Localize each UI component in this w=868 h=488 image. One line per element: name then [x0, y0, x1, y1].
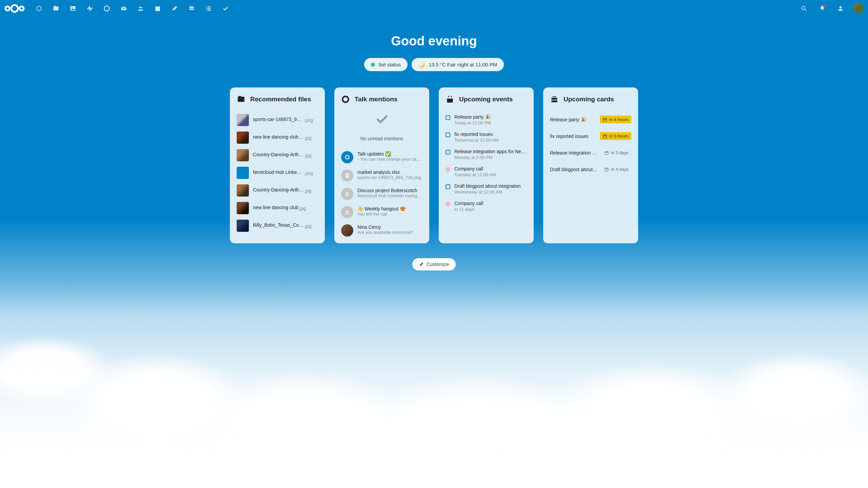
file-thumbnail [237, 114, 249, 126]
deck-card-row[interactable]: Release integration apps for… in 3 days [550, 144, 631, 161]
due-badge: in 5 hours [600, 132, 631, 140]
talk-row[interactable]: Nina Cercy Are you available tomorrow? [341, 221, 422, 240]
deck-card-row[interactable]: fix reported issues in 5 hours [550, 128, 631, 144]
widget-upcoming-cards: Upcoming cards Release party 🎉 in 4 hour… [543, 87, 638, 243]
svg-rect-16 [208, 6, 211, 7]
widget-upcoming-events: Upcoming events Release party 🎉 Today at… [439, 87, 534, 243]
notes-icon[interactable] [166, 0, 183, 17]
conversation-title: Talk updates ✅ [357, 151, 422, 157]
deck-card-row[interactable]: Release party 🎉 in 4 hours [550, 111, 631, 128]
calendar-color-icon [446, 184, 450, 189]
svg-rect-27 [346, 175, 348, 176]
event-time: in 11 days [454, 207, 527, 212]
calendar-small-icon [604, 167, 609, 172]
conversation-title: Discuss project Butterscotch [357, 188, 422, 193]
svg-rect-11 [155, 6, 160, 7]
dashboard: Recommended files sports-car-146873_960_… [0, 87, 868, 243]
due-badge: in 4 hours [600, 116, 631, 123]
event-time: Wednesday at 12:00 AM [454, 189, 527, 195]
svg-point-8 [139, 6, 141, 8]
talk-row[interactable]: market analysis.xlsx sports-car-146873_9… [341, 166, 422, 185]
svg-rect-19 [206, 10, 207, 11]
customize-label: Customize [427, 262, 449, 267]
customize-button[interactable]: Customize [412, 258, 456, 270]
conversation-title: Nina Cercy [357, 224, 422, 230]
nav-right [795, 0, 864, 17]
talk-row[interactable]: 👋 Weekly hangout 😍 You left the call [341, 203, 422, 221]
file-row[interactable]: Country-Dancing-Arthur_….jpg [237, 182, 318, 199]
photos-icon[interactable] [64, 0, 81, 17]
search-icon[interactable] [795, 0, 812, 17]
notifications-icon[interactable] [814, 0, 831, 17]
topbar [0, 0, 868, 17]
widget-title: Upcoming events [459, 96, 513, 103]
activity-icon[interactable] [81, 0, 98, 17]
contacts-menu-icon[interactable] [832, 0, 849, 17]
tasks-icon[interactable] [217, 0, 234, 17]
file-extension: .jpg [304, 135, 312, 141]
conversation-subtitle: You left the call [357, 211, 422, 217]
mail-icon[interactable] [115, 0, 132, 17]
talk-row[interactable]: Talk updates ✅ - You can now change your… [341, 148, 422, 166]
due-badge: in 3 days [601, 149, 631, 157]
event-row[interactable]: Release integration apps for Nextclou… M… [446, 146, 527, 163]
talk-icon[interactable] [98, 0, 115, 17]
svg-rect-12 [189, 7, 194, 8]
svg-rect-36 [451, 96, 452, 97]
file-extension: .jpg [304, 223, 312, 229]
calendar-small-icon [603, 117, 607, 122]
file-thumbnail [237, 220, 249, 232]
svg-rect-18 [208, 8, 211, 9]
svg-point-24 [346, 156, 349, 159]
user-avatar[interactable] [853, 3, 864, 14]
file-row[interactable]: new line dancing club.jpg [237, 199, 318, 217]
due-text: in 4 days [611, 167, 629, 172]
event-title: Release integration apps for Nextclou… [454, 149, 527, 154]
calendar-color-icon [446, 115, 450, 120]
svg-rect-13 [189, 9, 194, 10]
event-row[interactable]: Company call Tuesday at 11:00 AM [446, 163, 527, 180]
talk-empty-state: No unread mentions [341, 111, 422, 141]
event-row[interactable]: Draft blogpost about integration Wednesd… [446, 180, 527, 198]
svg-rect-38 [551, 100, 557, 102]
deck-card-row[interactable]: Draft blogpost about integra… in 4 days [550, 161, 631, 178]
svg-rect-14 [190, 6, 193, 7]
dashboard-icon[interactable] [31, 0, 47, 17]
calendar-icon [446, 95, 454, 104]
svg-rect-17 [206, 8, 207, 9]
svg-point-6 [104, 6, 110, 11]
file-row[interactable]: sports-car-146873_960_7….png [237, 111, 318, 129]
file-extension: .png [304, 170, 313, 176]
calendar-icon[interactable] [149, 0, 166, 17]
deck-icon[interactable] [183, 0, 200, 17]
event-row[interactable]: fix reported issues Tomorrow at 12:00 AM [446, 128, 527, 146]
file-row[interactable]: Country-Dancing-Arthur_….jpg [237, 146, 318, 164]
set-status-button[interactable]: Set status [364, 58, 408, 71]
file-row[interactable]: new line dancing club (2).jpg [237, 129, 318, 146]
event-title: fix reported issues [454, 131, 527, 137]
file-name: new line dancing club [253, 205, 298, 210]
due-badge: in 4 days [601, 165, 631, 173]
svg-rect-39 [553, 96, 556, 97]
file-name: Nextcloud Hub Linkedin b… [253, 169, 304, 175]
widget-title: Recommended files [250, 96, 311, 103]
due-text: in 4 hours [609, 117, 629, 122]
svg-point-5 [72, 7, 73, 8]
event-row[interactable]: Release party 🎉 Today at 11:00 PM [446, 111, 527, 128]
talk-row[interactable]: Discuss project Butterscotch Nextcloud H… [341, 185, 422, 203]
nextcloud-logo[interactable] [4, 3, 25, 14]
files-icon[interactable] [47, 0, 64, 17]
svg-rect-42 [605, 151, 608, 154]
file-thumbnail [237, 184, 249, 197]
svg-point-23 [342, 96, 348, 102]
event-row[interactable]: Company call in 11 days [446, 198, 527, 215]
weather-pill[interactable]: 🌙 13.5 °C Fair night at 11:00 PM [412, 58, 504, 71]
contacts-icon[interactable] [132, 0, 149, 17]
svg-point-2 [20, 6, 24, 11]
list-icon[interactable] [200, 0, 217, 17]
svg-point-0 [5, 6, 9, 11]
file-row[interactable]: Billy_Bobs_Texas_Countr….jpg [237, 217, 318, 235]
file-name: Country-Dancing-Arthur_… [253, 187, 304, 192]
file-row[interactable]: Nextcloud Hub Linkedin b….png [237, 164, 318, 182]
svg-point-32 [348, 211, 349, 212]
